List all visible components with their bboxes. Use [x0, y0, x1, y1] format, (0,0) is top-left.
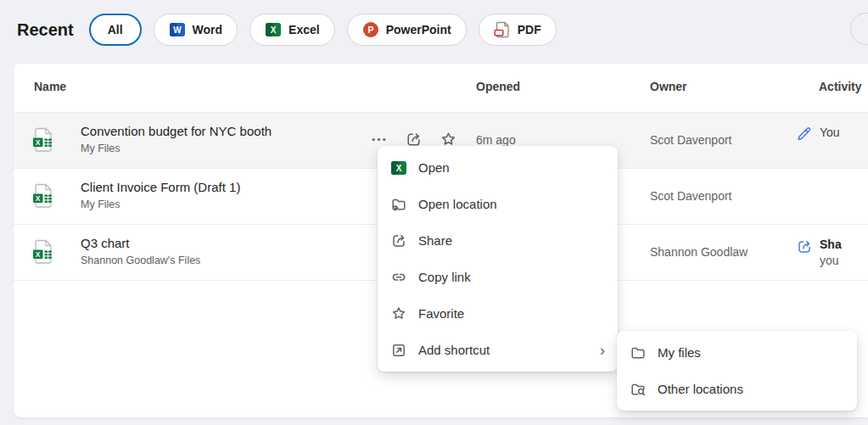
- file-title[interactable]: Client Invoice Form (Draft 1): [81, 179, 240, 196]
- menu-item-label: Add shortcut: [418, 343, 589, 357]
- activity-subtext: you: [820, 253, 842, 269]
- menu-item-label: My files: [658, 345, 844, 360]
- filter-powerpoint-label: PowerPoint: [386, 23, 451, 36]
- table-header-row: Name Opened Owner Activity: [14, 64, 868, 113]
- menu-item-label: Open location: [418, 197, 605, 211]
- column-header-opened[interactable]: Opened: [476, 80, 520, 93]
- excel-file-icon: [32, 127, 55, 154]
- menu-item-open[interactable]: Open: [378, 149, 618, 186]
- column-header-activity[interactable]: Activity: [819, 80, 862, 93]
- owner-name: Scot Davenport: [650, 189, 732, 203]
- filter-word[interactable]: Word: [154, 14, 238, 46]
- context-menu: Open Open location Share Copy link Favor…: [378, 146, 618, 372]
- menu-item-copy-link[interactable]: Copy link: [378, 259, 618, 295]
- page-title: Recent: [17, 20, 74, 40]
- file-location: My Files: [81, 198, 240, 212]
- shortcut-icon: [390, 342, 407, 359]
- menu-item-open-location[interactable]: Open location: [378, 186, 618, 222]
- chevron-right-icon: ›: [600, 343, 605, 358]
- word-app-icon: [169, 21, 186, 38]
- excel-app-icon: [390, 159, 407, 176]
- filter-excel-label: Excel: [288, 23, 320, 36]
- menu-item-label: Other locations: [658, 382, 844, 396]
- menu-item-favorite[interactable]: Favorite: [378, 295, 618, 332]
- file-location: Shannon Goodlaw's Files: [81, 254, 200, 268]
- file-name-block: Client Invoice Form (Draft 1) My Files: [81, 179, 240, 212]
- activity-cell: You: [796, 125, 840, 143]
- file-location: My Files: [81, 142, 272, 156]
- filter-toolbar: Recent All Word Excel PowerPoint PDF: [0, 0, 868, 59]
- filter-all[interactable]: All: [89, 14, 142, 46]
- menu-item-label: Share: [418, 233, 605, 248]
- excel-file-icon: [32, 239, 55, 266]
- filter-pdf[interactable]: PDF: [479, 14, 557, 46]
- pencil-icon: [796, 126, 813, 143]
- folder-link-icon: [390, 196, 407, 213]
- column-header-name[interactable]: Name: [34, 80, 66, 93]
- owner-name: Scot Davenport: [650, 133, 732, 147]
- folder-icon: [630, 344, 647, 361]
- activity-cell: Sha you: [796, 237, 842, 269]
- owner-name: Shannon Goodlaw: [650, 245, 748, 259]
- menu-item-share[interactable]: Share: [378, 222, 618, 259]
- activity-text: Sha: [820, 237, 842, 253]
- folder-search-icon: [630, 381, 647, 398]
- submenu-item-other-locations[interactable]: Other locations: [617, 371, 857, 407]
- file-title[interactable]: Q3 chart: [81, 235, 200, 252]
- filter-word-label: Word: [193, 23, 223, 36]
- activity-text: You: [820, 125, 840, 141]
- excel-file-icon: [32, 183, 55, 210]
- star-icon: [390, 305, 407, 322]
- menu-item-add-shortcut[interactable]: Add shortcut ›: [378, 332, 618, 368]
- menu-item-label: Copy link: [418, 270, 605, 284]
- pdf-app-icon: [494, 21, 511, 38]
- excel-app-icon: [265, 21, 282, 38]
- share-icon: [796, 238, 813, 255]
- submenu-item-my-files[interactable]: My files: [617, 334, 857, 371]
- share-icon: [390, 232, 407, 249]
- menu-item-label: Open: [418, 160, 605, 175]
- recent-files-screen: Recent All Word Excel PowerPoint PDF Nam…: [0, 0, 868, 425]
- powerpoint-app-icon: [362, 21, 379, 38]
- file-title[interactable]: Convention budget for NYC booth: [81, 123, 272, 140]
- file-name-block: Convention budget for NYC booth My Files: [81, 123, 272, 156]
- filter-excel[interactable]: Excel: [249, 14, 335, 46]
- filter-powerpoint[interactable]: PowerPoint: [347, 14, 467, 46]
- file-name-block: Q3 chart Shannon Goodlaw's Files: [81, 235, 200, 268]
- menu-item-label: Favorite: [418, 306, 605, 321]
- link-icon: [390, 269, 407, 286]
- filter-pdf-label: PDF: [518, 23, 541, 36]
- column-header-owner[interactable]: Owner: [650, 80, 687, 93]
- opened-time: 6m ago: [476, 133, 516, 147]
- add-shortcut-submenu: My files Other locations: [617, 331, 857, 411]
- filter-all-label: All: [108, 23, 123, 36]
